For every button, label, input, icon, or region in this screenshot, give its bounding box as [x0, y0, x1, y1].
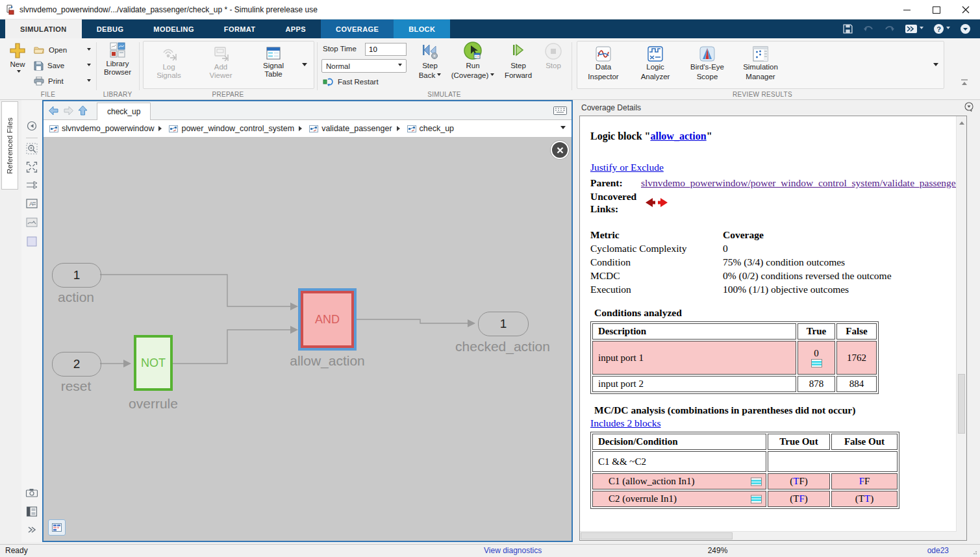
step-back-button[interactable]: Step Back: [414, 42, 446, 80]
panel-options-icon[interactable]: [964, 102, 974, 113]
condition-table-icon[interactable]: [751, 477, 762, 486]
help-icon[interactable]: ?: [933, 23, 950, 34]
inport-2-label: reset: [44, 378, 108, 394]
screenshot-camera-icon[interactable]: [26, 488, 38, 497]
referenced-files-tab[interactable]: Referenced Files: [1, 101, 18, 190]
coverage-highlight-toggle[interactable]: [48, 519, 66, 536]
fit-to-view-icon[interactable]: [27, 162, 38, 173]
log-signals-button[interactable]: Log Signals: [148, 46, 190, 80]
up-icon[interactable]: [78, 105, 88, 116]
minimize-button[interactable]: [892, 0, 922, 19]
breadcrumb-caret-icon[interactable]: [560, 126, 566, 132]
back-icon[interactable]: [48, 106, 59, 116]
close-button[interactable]: [951, 0, 980, 19]
and-block[interactable]: AND: [301, 291, 354, 348]
save-button[interactable]: Save: [34, 59, 91, 72]
tab-simulation[interactable]: SIMULATION: [5, 19, 82, 38]
annotation-icon[interactable]: A: [26, 199, 38, 208]
quick-access-toolbar: ?: [842, 19, 980, 38]
prev-uncovered-icon[interactable]: [645, 197, 656, 208]
coverage-table-icon: [52, 523, 62, 532]
breadcrumb-item-2[interactable]: validate_passenger: [309, 124, 392, 133]
simulation-manager-button[interactable]: SimulationManager: [738, 46, 783, 81]
step-forward-button[interactable]: Step Forward: [501, 42, 535, 80]
includes-blocks-link[interactable]: Includes 2 blocks: [590, 417, 660, 428]
tab-apps[interactable]: APPS: [270, 19, 321, 38]
panel-vertical-scrollbar[interactable]: [956, 116, 966, 532]
signal-table-button[interactable]: Signal Table: [253, 46, 294, 79]
file-group-label: FILE: [0, 91, 96, 98]
open-button[interactable]: Open: [34, 43, 91, 56]
area-box-icon[interactable]: [27, 236, 37, 247]
tab-coverage[interactable]: COVERAGE: [321, 19, 394, 38]
breadcrumb-separator-icon: [299, 126, 305, 131]
print-button[interactable]: Print: [34, 75, 91, 88]
view-diagnostics-link[interactable]: View diagnostics: [484, 546, 542, 555]
run-coverage-button[interactable]: Run (Coverage): [451, 41, 495, 80]
logic-analyzer-button[interactable]: LogicAnalyzer: [634, 46, 677, 81]
svg-text:?: ?: [936, 25, 941, 33]
data-inspector-button[interactable]: DataInspector: [582, 46, 625, 81]
new-button[interactable]: New: [5, 42, 30, 75]
not-block[interactable]: NOT: [134, 335, 173, 391]
forward-icon[interactable]: [63, 106, 74, 116]
parent-link[interactable]: slvnvdemo_powerwindow/power_window_contr…: [641, 177, 957, 188]
next-uncovered-icon[interactable]: [657, 197, 668, 208]
minimize-ribbon-icon[interactable]: [960, 23, 971, 34]
stop-time-input[interactable]: [365, 43, 407, 56]
review-more-caret-icon[interactable]: [933, 63, 938, 69]
condition-table-icon[interactable]: [811, 359, 822, 367]
save-icon[interactable]: [842, 23, 853, 34]
redo-icon[interactable]: [884, 24, 895, 34]
tab-modeling[interactable]: MODELING: [138, 19, 208, 38]
hide-explorer-bar-icon[interactable]: [27, 121, 37, 131]
svg-text:A: A: [29, 201, 33, 207]
model-browser-icon[interactable]: [27, 506, 38, 517]
model-diagram[interactable]: 1 action 2 reset NOT overrule AND allow_…: [44, 138, 572, 541]
library-browser-button[interactable]: Library Browser: [99, 42, 136, 77]
command-prompt-icon[interactable]: [905, 24, 923, 34]
canvas-tab-check-up[interactable]: check_up: [97, 103, 151, 120]
keyboard-shortcuts-icon[interactable]: [553, 106, 567, 115]
block-link[interactable]: allow_action: [650, 130, 706, 142]
tab-debug[interactable]: DEBUG: [82, 19, 139, 38]
and-block-label: allow_action: [262, 353, 392, 369]
justify-or-exclude-link[interactable]: Justify or Exclude: [590, 162, 664, 173]
close-coverage-overlay-button[interactable]: [551, 141, 569, 159]
stop-button[interactable]: Stop: [540, 42, 566, 70]
outport-1-block[interactable]: 1: [478, 312, 529, 336]
inport-1-block[interactable]: 1: [52, 263, 101, 288]
simulation-mode-select[interactable]: Normal: [321, 59, 407, 73]
breadcrumb-item-root[interactable]: slvnvdemo_powerwindow: [49, 124, 154, 133]
expand-toolbar-icon[interactable]: [27, 526, 36, 534]
signal-routing-icon[interactable]: [26, 180, 38, 190]
collapse-ribbon-icon[interactable]: [960, 79, 969, 86]
fast-restart-toggle[interactable]: Fast Restart: [323, 77, 379, 86]
tab-block[interactable]: BLOCK: [394, 19, 450, 38]
prepare-more-caret-icon[interactable]: [302, 63, 307, 69]
tab-format[interactable]: FORMAT: [209, 19, 271, 38]
resize-grip[interactable]: [973, 550, 978, 555]
simulink-model-icon: [5, 5, 15, 15]
breadcrumb-item-3[interactable]: check_up: [407, 124, 455, 133]
undo-icon[interactable]: [863, 24, 874, 34]
add-viewer-button[interactable]: Add Viewer: [200, 46, 242, 80]
scroll-up-icon[interactable]: [959, 119, 964, 125]
subsystem-icon: [49, 125, 58, 132]
title-bar: slvnvdemo_powerwindow/.../validate_passe…: [0, 0, 980, 19]
status-bar: Ready View diagnostics 249% ode23: [0, 544, 980, 557]
condition-table-icon[interactable]: [751, 495, 762, 503]
solver-indicator[interactable]: ode23: [927, 546, 949, 555]
condition-row: input port 1 0 1762: [592, 341, 877, 375]
run-caret-icon: [490, 73, 494, 78]
and-block-selected[interactable]: AND: [298, 288, 357, 351]
signal-table-icon: [266, 46, 281, 60]
zoom-icon[interactable]: [26, 143, 38, 155]
panel-horizontal-scrollbar[interactable]: [580, 531, 957, 540]
birds-eye-scope-button[interactable]: Bird's-EyeScope: [686, 46, 729, 81]
condition-desc: input port 2: [592, 376, 796, 392]
inport-2-block[interactable]: 2: [52, 352, 101, 377]
image-icon[interactable]: [26, 217, 38, 227]
breadcrumb-item-1[interactable]: power_window_control_system: [169, 124, 294, 133]
maximize-button[interactable]: [922, 0, 951, 19]
